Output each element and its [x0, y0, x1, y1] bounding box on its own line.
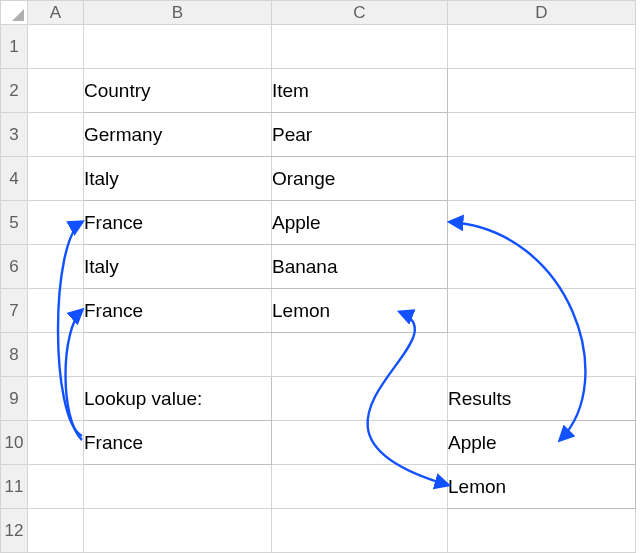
table1-row0-country[interactable]: Germany [84, 113, 272, 157]
cell-B12[interactable] [84, 509, 272, 553]
row-header-6[interactable]: 6 [1, 245, 28, 289]
table1-header-country[interactable]: Country [84, 69, 272, 113]
cell-D7[interactable] [448, 289, 636, 333]
row-header-12[interactable]: 12 [1, 509, 28, 553]
col-header-C[interactable]: C [272, 1, 448, 25]
row-header-2[interactable]: 2 [1, 69, 28, 113]
table1-row2-country[interactable]: France [84, 201, 272, 245]
col-header-A[interactable]: A [28, 1, 84, 25]
lookup-value[interactable]: France [84, 421, 272, 465]
table1-header-item[interactable]: Item [272, 69, 448, 113]
cell-A8[interactable] [28, 333, 84, 377]
cell-D1[interactable] [448, 25, 636, 69]
cell-A11[interactable] [28, 465, 84, 509]
cell-C9[interactable] [272, 377, 448, 421]
cell-B8[interactable] [84, 333, 272, 377]
cell-D8[interactable] [448, 333, 636, 377]
cell-A5[interactable] [28, 201, 84, 245]
row-header-5[interactable]: 5 [1, 201, 28, 245]
results-value-1[interactable]: Lemon [448, 465, 636, 509]
cell-C12[interactable] [272, 509, 448, 553]
col-header-D[interactable]: D [448, 1, 636, 25]
table1-row1-item[interactable]: Orange [272, 157, 448, 201]
cell-B1[interactable] [84, 25, 272, 69]
cell-A12[interactable] [28, 509, 84, 553]
row-header-10[interactable]: 10 [1, 421, 28, 465]
row-header-11[interactable]: 11 [1, 465, 28, 509]
cell-A6[interactable] [28, 245, 84, 289]
cell-B11[interactable] [84, 465, 272, 509]
cell-A7[interactable] [28, 289, 84, 333]
cell-A3[interactable] [28, 113, 84, 157]
cell-C8[interactable] [272, 333, 448, 377]
cell-D6[interactable] [448, 245, 636, 289]
cell-A2[interactable] [28, 69, 84, 113]
table1-row4-country[interactable]: France [84, 289, 272, 333]
cell-C10[interactable] [272, 421, 448, 465]
row-header-8[interactable]: 8 [1, 333, 28, 377]
lookup-label[interactable]: Lookup value: [84, 377, 272, 421]
table1-row1-country[interactable]: Italy [84, 157, 272, 201]
cell-A1[interactable] [28, 25, 84, 69]
cell-D2[interactable] [448, 69, 636, 113]
row-header-7[interactable]: 7 [1, 289, 28, 333]
cell-A9[interactable] [28, 377, 84, 421]
results-header[interactable]: Results [448, 377, 636, 421]
table1-row3-item[interactable]: Banana [272, 245, 448, 289]
spreadsheet-grid: A B C D 1 2 Country Item 3 Germany Pear … [0, 0, 636, 553]
row-header-3[interactable]: 3 [1, 113, 28, 157]
cell-C1[interactable] [272, 25, 448, 69]
row-header-9[interactable]: 9 [1, 377, 28, 421]
cell-A10[interactable] [28, 421, 84, 465]
cell-D5[interactable] [448, 201, 636, 245]
table1-row2-item[interactable]: Apple [272, 201, 448, 245]
cell-D12[interactable] [448, 509, 636, 553]
cell-D4[interactable] [448, 157, 636, 201]
cell-C11[interactable] [272, 465, 448, 509]
table1-row3-country[interactable]: Italy [84, 245, 272, 289]
results-value-0[interactable]: Apple [448, 421, 636, 465]
select-all-corner[interactable] [1, 1, 28, 25]
cell-A4[interactable] [28, 157, 84, 201]
table1-row0-item[interactable]: Pear [272, 113, 448, 157]
row-header-1[interactable]: 1 [1, 25, 28, 69]
row-header-4[interactable]: 4 [1, 157, 28, 201]
cell-D3[interactable] [448, 113, 636, 157]
col-header-B[interactable]: B [84, 1, 272, 25]
table1-row4-item[interactable]: Lemon [272, 289, 448, 333]
